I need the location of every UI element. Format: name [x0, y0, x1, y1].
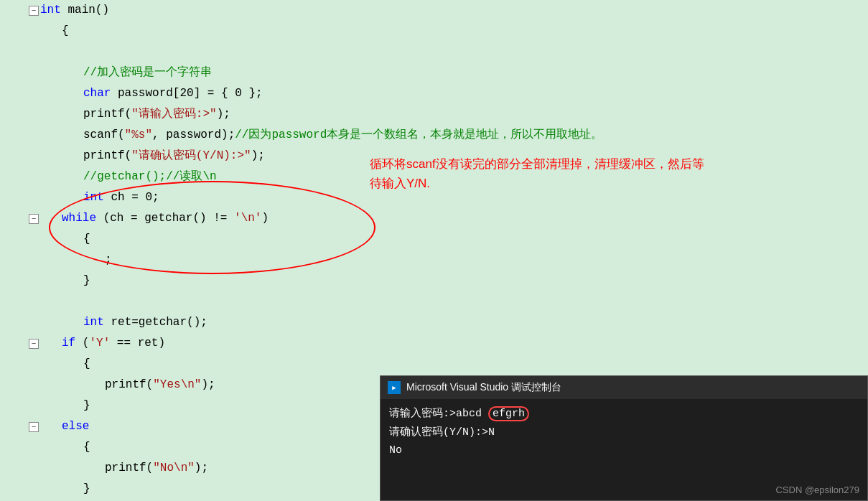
console-line-3: No	[389, 441, 859, 460]
code-content: {	[40, 354, 90, 375]
code-content: printf("Yes\n");	[40, 375, 215, 395]
code-content: {	[40, 229, 90, 250]
code-line-7: scanf("%s", password);//因为password本身是一个数…	[0, 125, 868, 146]
code-line-14: }	[0, 271, 868, 291]
console-highlight-efgrh: efgrh	[488, 406, 529, 421]
code-content: ;	[40, 250, 112, 271]
code-content: printf("No\n");	[40, 458, 208, 479]
code-content: else	[40, 416, 89, 437]
code-line-1: − int main()	[0, 0, 868, 21]
collapse-button-while[interactable]: −	[29, 214, 39, 224]
code-line-12: {	[0, 229, 868, 250]
console-line-1: 请输入密码:>abcd efgrh	[389, 405, 859, 423]
code-line-blank	[0, 291, 868, 312]
code-content: //getchar();//读取\n	[40, 167, 217, 187]
code-line-6: printf("请输入密码:>");	[0, 104, 868, 125]
code-editor: − int main() { //加入密码是一个字符串 char passwor…	[0, 0, 868, 501]
code-content: scanf("%s", password);//因为password本身是一个数…	[40, 125, 602, 146]
code-content: while (ch = getchar() != '\n')	[40, 208, 269, 229]
console-app-icon: ▶	[388, 381, 401, 394]
code-content: //加入密码是一个字符串	[40, 62, 212, 83]
console-title: Microsoft Visual Studio 调试控制台	[406, 381, 561, 394]
console-titlebar: ▶ Microsoft Visual Studio 调试控制台	[381, 376, 867, 399]
code-line-16: int ret=getchar();	[0, 312, 868, 333]
code-line-2: {	[0, 21, 868, 42]
collapse-button-else[interactable]: −	[29, 422, 39, 432]
code-line-18: {	[0, 354, 868, 375]
annotation-text: 循环将scanf没有读完的部分全部清理掉，清理缓冲区，然后等 待输入Y/N.	[370, 154, 844, 193]
code-line-11: − while (ch = getchar() != '\n')	[0, 208, 868, 229]
code-line-4: //加入密码是一个字符串	[0, 62, 868, 83]
console-window: ▶ Microsoft Visual Studio 调试控制台 请输入密码:>a…	[380, 375, 868, 501]
code-content: int main()	[40, 0, 109, 21]
code-content: {	[40, 437, 90, 458]
console-body: 请输入密码:>abcd efgrh 请确认密码(Y/N):>N No	[381, 399, 867, 466]
code-content: }	[40, 395, 90, 416]
code-line-5: char password[20] = { 0 };	[0, 83, 868, 104]
code-line-3	[0, 42, 868, 62]
watermark: CSDN @epsilon279	[775, 484, 859, 495]
code-content: char password[20] = { 0 };	[40, 83, 263, 104]
code-content: {	[40, 21, 69, 42]
code-content: int ret=getchar();	[40, 312, 207, 333]
code-content: }	[40, 271, 90, 291]
console-line-2: 请确认密码(Y/N):>N	[389, 423, 859, 442]
code-content: if ('Y' == ret)	[40, 333, 165, 354]
code-content: }	[40, 479, 90, 500]
code-content: printf("请确认密码(Y/N):>");	[40, 146, 265, 167]
code-content: printf("请输入密码:>");	[40, 104, 230, 125]
code-content: int ch = 0;	[40, 187, 159, 208]
collapse-button-main[interactable]: −	[29, 6, 39, 16]
code-line-17: − if ('Y' == ret)	[0, 333, 868, 354]
code-line-13: ;	[0, 250, 868, 271]
collapse-button-if[interactable]: −	[29, 339, 39, 349]
